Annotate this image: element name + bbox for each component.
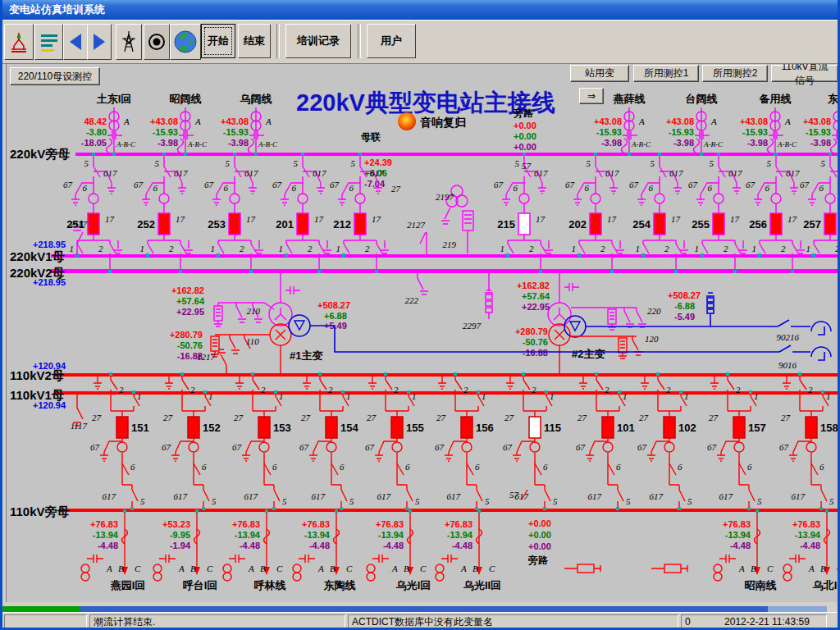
feeder-220[interactable]: 土东I回 A A-B-C 48.42 -3.80 -18.05 [81, 93, 136, 156]
breaker-220[interactable] [297, 213, 308, 235]
breaker-220[interactable] [654, 213, 665, 235]
sound-reset-label[interactable]: 音响复归 [420, 116, 466, 129]
titlebar[interactable]: 变电站仿真培训系统 [2, 0, 838, 20]
svg-text:67: 67 [494, 180, 504, 189]
feeder-220[interactable]: 乌阔线 A A-B-C +43.08 -15.93 -3.98 [221, 93, 278, 156]
svg-text:+508.27: +508.27 [668, 290, 701, 300]
breaker-110[interactable] [461, 417, 472, 438]
breaker-220[interactable] [354, 213, 366, 235]
substation-tool-button[interactable] [4, 24, 34, 60]
breaker-110[interactable] [391, 417, 403, 438]
svg-text:5: 5 [485, 496, 490, 506]
svg-text:27: 27 [391, 184, 401, 194]
bus-110-bypass[interactable] [59, 509, 838, 512]
breaker-110[interactable] [806, 417, 817, 438]
back-button[interactable] [63, 24, 88, 60]
breaker-number: 153 [273, 422, 291, 434]
svg-text:5: 5 [140, 496, 145, 506]
bus-220-bypass[interactable] [75, 153, 838, 156]
svg-text:617: 617 [313, 168, 326, 178]
start-button[interactable]: 开始 [201, 24, 235, 58]
bus-label: 220kV1母 [10, 249, 65, 263]
breaker-220[interactable] [158, 213, 170, 235]
svg-text:2: 2 [664, 244, 669, 253]
svg-text:67: 67 [779, 442, 789, 452]
svg-text:+76.83: +76.83 [90, 519, 118, 529]
breaker-220[interactable] [824, 213, 836, 235]
bus-110-1[interactable] [54, 391, 838, 395]
training-record-button[interactable]: 培训记录 [285, 24, 351, 58]
breaker-110[interactable] [188, 417, 199, 438]
svg-text:-15.93: -15.93 [669, 127, 694, 137]
svg-text:土东I回: 土东I回 [97, 93, 132, 105]
svg-text:27: 27 [163, 413, 173, 422]
feeder-110[interactable]: +76.83 -13.94 -4.48 A B C 乌光I回 [367, 509, 431, 591]
breaker-220[interactable] [770, 213, 782, 235]
svg-text:1: 1 [211, 244, 216, 253]
feeder-220[interactable]: 东高 A A-B-C +43.08 -15.93 -3.98 [803, 93, 840, 156]
svg-text:呼台I回: 呼台I回 [183, 579, 218, 591]
feeder-220[interactable]: 昭阔线 A A-B-C +43.08 -15.93 -3.98 [150, 93, 208, 156]
svg-text:6: 6 [708, 183, 713, 193]
breaker-220[interactable] [713, 213, 724, 235]
breaker-110[interactable] [529, 417, 541, 438]
svg-text:2: 2 [605, 385, 609, 395]
bus-220-1[interactable] [51, 254, 838, 258]
feeder-220[interactable]: 备用线 A A-B-C +43.08 -15.93 -3.98 [740, 93, 797, 156]
svg-text:617: 617 [588, 491, 602, 501]
svg-text:617: 617 [669, 168, 683, 178]
svg-text:1: 1 [279, 391, 284, 401]
lv-blue-circuit[interactable]: 90216 9016 [310, 293, 831, 370]
feeder-110[interactable]: +76.83 -13.94 -4.48 A B C 乌光II回 [436, 509, 501, 591]
tower-button[interactable] [116, 24, 142, 60]
user-button[interactable]: 用户 [367, 24, 416, 58]
svg-text:222: 222 [405, 295, 419, 305]
status-bar: 潮流计算结束. ACTDICT数据库中没有此变量名 0 2012-2-21 11… [2, 612, 838, 630]
report-tool-button[interactable] [34, 24, 63, 60]
svg-text:67: 67 [204, 180, 214, 189]
feeder-110[interactable]: +76.83 -13.94 -4.48 A B C 东陶线 [293, 509, 356, 591]
breaker-110[interactable] [258, 417, 270, 438]
breaker-110[interactable] [326, 417, 337, 438]
feeder-220[interactable]: 台阔线 A A-B-C +43.08 -15.93 -3.98 [666, 93, 724, 156]
svg-text:2: 2 [169, 244, 174, 253]
svg-text:67: 67 [629, 180, 639, 189]
svg-text:1: 1 [346, 391, 351, 401]
breaker-110[interactable] [733, 417, 745, 438]
breaker-220[interactable] [590, 213, 601, 235]
breaker-220[interactable] [518, 213, 530, 235]
svg-text:B: B [118, 564, 124, 573]
breaker-220[interactable] [229, 213, 240, 235]
svg-text:1: 1 [826, 391, 831, 401]
svg-text:+57.64: +57.64 [176, 296, 205, 306]
breaker-number: 155 [406, 422, 424, 434]
transformer-2[interactable]: #2主变 220 120 +162.82 +57.64 +22.95 +508.… [515, 272, 701, 373]
breaker-110[interactable] [602, 417, 614, 438]
feeder-110[interactable]: +76.83 -13.94 -4.48 A B C 昭南线 [714, 509, 777, 591]
svg-text:17: 17 [607, 214, 617, 224]
svg-text:617: 617 [174, 491, 188, 501]
svg-text:67: 67 [299, 442, 309, 452]
svg-text:-16.88: -16.88 [523, 348, 548, 358]
svg-text:5: 5 [821, 158, 826, 168]
feeder-110[interactable]: +76.83 -13.94 -4.48 A B C 燕园I回 [81, 509, 145, 591]
feeder-110[interactable]: +76.83 -13.94 -4.48 A B C 乌北I回 [783, 509, 840, 591]
svg-text:乌光II回: 乌光II回 [463, 579, 501, 591]
feeder-110[interactable]: +53.23 -9.95 -1.94 A B C 呼台I回 [153, 509, 217, 591]
breaker-110[interactable] [664, 417, 675, 438]
sound-reset-lamp[interactable] [398, 112, 416, 130]
bus-220-2[interactable] [51, 269, 838, 273]
forward-button[interactable] [87, 24, 112, 60]
svg-text:5: 5 [553, 496, 558, 506]
breaker-220[interactable] [88, 213, 99, 235]
bus-110-2[interactable] [54, 373, 838, 377]
svg-text:67: 67 [576, 442, 586, 452]
end-button[interactable]: 结束 [238, 24, 271, 58]
record-dot-button[interactable] [144, 24, 170, 60]
globe-button[interactable] [170, 24, 201, 60]
breaker-110[interactable] [116, 417, 128, 438]
svg-text:-5.49: -5.49 [674, 312, 695, 322]
feeder-110[interactable]: +76.83 -13.94 -4.48 A B C 呼林线 [223, 509, 286, 591]
feeder-220[interactable]: 燕薛线 A A-B-C +43.08 -15.93 -3.98 [594, 93, 651, 156]
svg-text:B: B [260, 564, 266, 573]
